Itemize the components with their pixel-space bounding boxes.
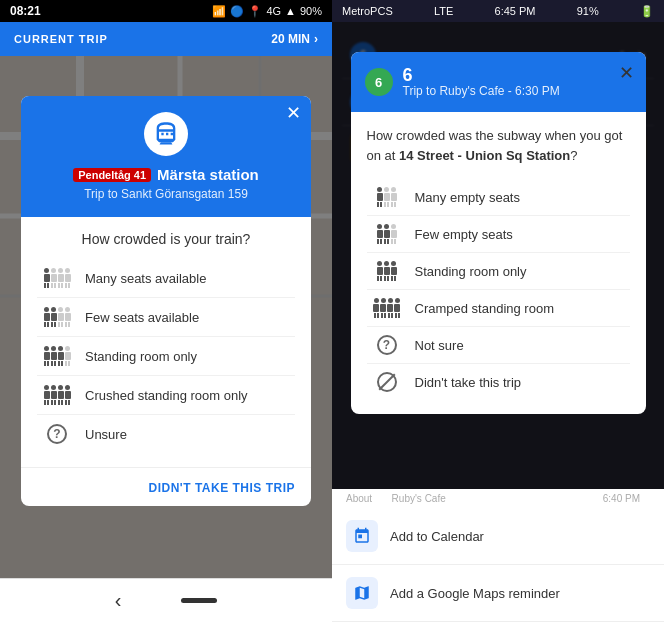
trip-time-value: 20 MIN [271, 32, 310, 46]
many-empty-label: Many empty seats [415, 190, 521, 205]
current-trip-bar[interactable]: CURRENT TRIP 20 MIN › [0, 22, 332, 56]
left-modal-overlay: ✕ Pendeltåg 41 Märsta station Trip to Sa… [0, 56, 332, 578]
many-seats-label: Many seats available [85, 271, 206, 286]
unsure-label: Unsure [85, 427, 127, 442]
right-standing-icon [371, 261, 403, 281]
add-maps-label: Add a Google Maps reminder [390, 586, 560, 601]
option-crushed[interactable]: Crushed standing room only [37, 376, 295, 415]
right-option-didnt-take[interactable]: Didn't take this trip [367, 364, 630, 400]
right-status-bar: MetroPCS LTE 6:45 PM 91% 🔋 [332, 0, 664, 22]
add-calendar-label: Add to Calendar [390, 529, 484, 544]
question-suffix: ? [570, 148, 577, 163]
trip-to-label: Trip to Sankt Göransgatan 159 [37, 187, 295, 201]
option-many-seats[interactable]: Many seats available [37, 259, 295, 298]
right-modal-close-button[interactable]: ✕ [619, 62, 634, 84]
right-option-standing[interactable]: Standing room only [367, 253, 630, 290]
route-badge: Pendeltåg 41 [73, 168, 151, 182]
battery-label: 90% [300, 5, 322, 17]
right-trip-label: Trip to Ruby's Cafe - 6:30 PM [403, 84, 560, 98]
not-sure-icon: ? [371, 335, 403, 355]
station-name: 14 Street - Union Sq Station [399, 148, 570, 163]
left-map: ✕ Pendeltåg 41 Märsta station Trip to Sa… [0, 56, 332, 578]
left-modal-body: How crowded is your train? Many seats av… [21, 217, 311, 467]
battery-icon: 🔋 [640, 5, 654, 18]
maps-icon-box [346, 577, 378, 609]
few-empty-icon [371, 224, 403, 244]
few-empty-label: Few empty seats [415, 227, 513, 242]
trip-time[interactable]: 20 MIN › [271, 32, 318, 46]
right-option-many-empty[interactable]: Many empty seats [367, 179, 630, 216]
route-6-badge: 6 [365, 68, 393, 96]
calendar-icon-box [346, 520, 378, 552]
location-icon: 📍 [248, 5, 262, 18]
option-few-seats[interactable]: Few seats available [37, 298, 295, 337]
carrier-label: MetroPCS [342, 5, 393, 17]
right-time: 6:45 PM [495, 5, 536, 17]
left-bottom-nav: ‹ [0, 578, 332, 622]
crowd-question: How crowded is your train? [37, 231, 295, 247]
destination-label: Märsta station [157, 166, 259, 183]
about-time: About [346, 493, 372, 504]
cramped-icon [371, 298, 403, 318]
crushed-icon [41, 385, 73, 405]
few-seats-icon [41, 307, 73, 327]
train-icon-circle [144, 112, 188, 156]
left-status-bar: 08:21 📶 🔵 📍 4G ▲ 90% [0, 0, 332, 22]
unsure-icon: ? [41, 424, 73, 444]
left-modal-footer: DIDN'T TAKE THIS TRIP [21, 467, 311, 506]
right-option-not-sure[interactable]: ? Not sure [367, 327, 630, 364]
didnt-take-button[interactable]: DIDN'T TAKE THIS TRIP [149, 481, 295, 495]
wifi-icon: 📶 [212, 5, 226, 18]
right-battery: 91% [577, 5, 599, 17]
right-content-area: 6 6 min 6 You are offline. Showing recen… [332, 22, 664, 622]
back-button[interactable]: ‹ [115, 589, 122, 612]
about-place: Ruby's Cafe [392, 493, 446, 504]
many-seats-icon [41, 268, 73, 288]
modal-close-button[interactable]: ✕ [286, 104, 301, 122]
signal-icon: ▲ [285, 5, 296, 17]
right-modal-header: 6 6 Trip to Ruby's Cafe - 6:30 PM [351, 52, 646, 112]
not-sure-label: Not sure [415, 338, 464, 353]
standing-icon [41, 346, 73, 366]
home-button[interactable] [181, 598, 217, 603]
right-option-cramped[interactable]: Cramped standing room [367, 290, 630, 327]
crushed-label: Crushed standing room only [85, 388, 248, 403]
option-unsure[interactable]: ? Unsure [37, 415, 295, 453]
left-status-icons: 📶 🔵 📍 4G ▲ 90% [212, 5, 322, 18]
cramped-label: Cramped standing room [415, 301, 554, 316]
left-time: 08:21 [10, 4, 41, 18]
right-route-number: 6 [403, 66, 560, 84]
right-modal-header-info: 6 Trip to Ruby's Cafe - 6:30 PM [403, 66, 560, 98]
right-standing-label: Standing room only [415, 264, 527, 279]
left-panel: 08:21 📶 🔵 📍 4G ▲ 90% CURRENT TRIP 20 MIN… [0, 0, 332, 622]
crowded-subway-modal: ✕ 6 6 Trip to Ruby's Cafe - 6:30 PM How … [351, 52, 646, 414]
right-option-few-empty[interactable]: Few empty seats [367, 216, 630, 253]
didnt-take-icon [371, 372, 403, 392]
option-standing[interactable]: Standing room only [37, 337, 295, 376]
trip-arrow-icon: › [314, 32, 318, 46]
about-text: About Ruby's Cafe 6:40 PM [332, 489, 664, 508]
add-maps-reminder-item[interactable]: Add a Google Maps reminder [332, 565, 664, 622]
bluetooth-icon: 🔵 [230, 5, 244, 18]
left-modal-header: ✕ Pendeltåg 41 Märsta station Trip to Sa… [21, 96, 311, 217]
modal-title: Pendeltåg 41 Märsta station [37, 166, 295, 183]
current-trip-label: CURRENT TRIP [14, 33, 108, 45]
right-network: LTE [434, 5, 453, 17]
standing-label: Standing room only [85, 349, 197, 364]
crowded-train-modal: ✕ Pendeltåg 41 Märsta station Trip to Sa… [21, 96, 311, 506]
subway-crowd-question: How crowded was the subway when you got … [367, 126, 630, 165]
right-panel: MetroPCS LTE 6:45 PM 91% 🔋 6 6 min 6 You… [332, 0, 664, 622]
about-time-label: 6:40 PM [603, 493, 640, 504]
right-modal-body: How crowded was the subway when you got … [351, 112, 646, 414]
right-bottom-list: About Ruby's Cafe 6:40 PM Add to Calenda… [332, 489, 664, 622]
add-to-calendar-item[interactable]: Add to Calendar [332, 508, 664, 565]
network-label: 4G [266, 5, 281, 17]
few-seats-label: Few seats available [85, 310, 199, 325]
didnt-take-label: Didn't take this trip [415, 375, 522, 390]
many-empty-icon [371, 187, 403, 207]
